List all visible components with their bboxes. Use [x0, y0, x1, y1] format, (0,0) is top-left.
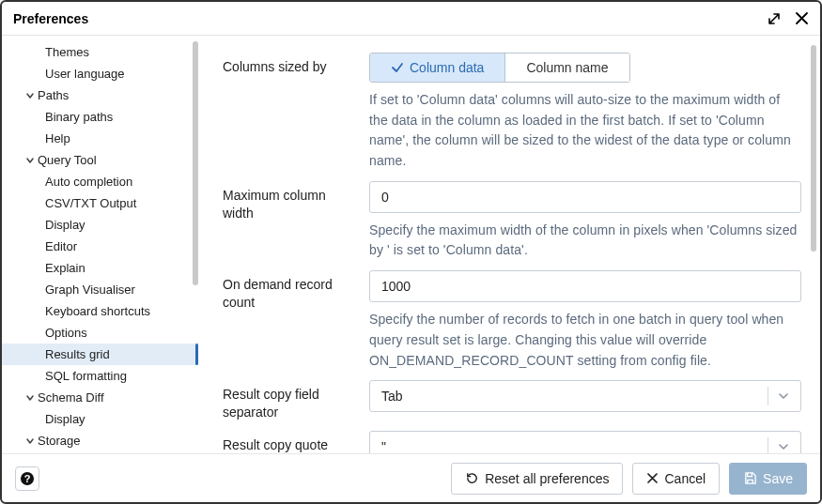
close-icon — [795, 11, 809, 25]
sidebar-item-label: User language — [45, 67, 125, 81]
cancel-button[interactable]: Cancel — [632, 463, 720, 495]
field-label: Maximum column width — [223, 181, 352, 261]
footer: ? Reset all preferences Cancel Save — [2, 453, 820, 502]
sidebar-item-label: Help — [45, 131, 70, 145]
sidebar-item-label: Query Tool — [38, 153, 97, 167]
sidebar-item-themes[interactable]: Themes — [2, 41, 198, 63]
sidebar-item-label: Binary paths — [45, 110, 113, 124]
segmented-control: Column data Column name — [369, 53, 630, 83]
sidebar-item-sql-formatting[interactable]: SQL formatting — [2, 365, 198, 387]
chevron-down-icon — [778, 390, 789, 402]
option-column-data[interactable]: Column data — [370, 53, 505, 82]
field-label: Result copy quote character — [223, 431, 352, 453]
svg-text:?: ? — [24, 473, 31, 484]
sidebar-item-label: Schema Diff — [38, 390, 104, 405]
result-copy-quote-char-select[interactable]: " — [369, 431, 801, 453]
field-control: Column data Column name If set to 'Colum… — [369, 53, 801, 172]
field-label: On demand record count — [223, 270, 352, 371]
sidebar-item-label: Themes — [45, 45, 89, 59]
field-result-copy-quote-char: Result copy quote character " — [223, 431, 801, 453]
sidebar-item-auto-completion[interactable]: Auto completion — [2, 171, 198, 192]
field-control: Tab — [369, 380, 801, 421]
close-button[interactable] — [795, 11, 809, 25]
titlebar-actions — [767, 11, 809, 26]
dialog-title: Preferences — [13, 11, 88, 26]
button-label: Reset all preferences — [485, 471, 609, 486]
sidebar-item-keyboard-shortcuts[interactable]: Keyboard shortcuts — [2, 300, 198, 322]
preferences-dialog: Preferences ThemesUser languagePathsBina… — [0, 0, 822, 504]
check-icon — [391, 61, 404, 74]
field-max-column-width: Maximum column width Specify the maximum… — [223, 181, 801, 261]
sidebar-item-label: Graph Visualiser — [45, 283, 135, 297]
field-result-copy-separator: Result copy field separator Tab — [223, 380, 801, 421]
sidebar-item-storage[interactable]: Storage — [2, 430, 198, 451]
chevron-down-icon — [24, 155, 36, 166]
sidebar-item-csv-txt-output[interactable]: CSV/TXT Output — [2, 192, 198, 214]
result-copy-separator-select[interactable]: Tab — [369, 380, 801, 412]
sidebar-item-editor[interactable]: Editor — [2, 236, 198, 257]
maximize-button[interactable] — [767, 11, 782, 26]
sidebar-item-label: Keyboard shortcuts — [45, 304, 150, 318]
save-button[interactable]: Save — [729, 463, 807, 495]
on-demand-record-count-input[interactable] — [369, 270, 801, 302]
dialog-body: ThemesUser languagePathsBinary pathsHelp… — [2, 36, 820, 453]
expand-icon — [767, 11, 782, 26]
chevron-down-icon — [24, 435, 36, 447]
reset-all-button[interactable]: Reset all preferences — [451, 463, 623, 495]
help-button[interactable]: ? — [15, 466, 39, 491]
sidebar-item-qt-display[interactable]: Display — [2, 214, 198, 236]
field-label: Columns sized by — [223, 53, 352, 172]
close-icon — [646, 472, 659, 484]
field-control: " — [369, 431, 801, 453]
sidebar-item-label: Auto completion — [45, 175, 132, 189]
footer-actions: Reset all preferences Cancel Save — [451, 463, 807, 495]
sidebar-item-options[interactable]: Options — [2, 322, 198, 344]
content-pane[interactable]: Columns sized by Column data Column name… — [198, 36, 820, 453]
sidebar-item-graph-visualiser[interactable]: Graph Visualiser — [2, 279, 198, 300]
sidebar-item-paths[interactable]: Paths — [2, 84, 198, 106]
help-text: If set to 'Column data' columns will aut… — [369, 90, 801, 172]
select-value: Tab — [381, 389, 403, 404]
sidebar[interactable]: ThemesUser languagePathsBinary pathsHelp… — [2, 36, 198, 453]
sidebar-item-label: SQL formatting — [45, 369, 127, 383]
select-arrow-box — [768, 387, 789, 405]
chevron-down-icon — [24, 392, 36, 404]
chevron-down-icon — [778, 441, 789, 452]
option-label: Column data — [410, 60, 484, 75]
sidebar-item-explain[interactable]: Explain — [2, 257, 198, 279]
sidebar-item-label: Explain — [45, 261, 85, 275]
select-separator — [768, 387, 768, 405]
sidebar-item-label: Options — [45, 326, 87, 340]
sidebar-item-binary-paths[interactable]: Binary paths — [2, 106, 198, 128]
field-control: Specify the number of records to fetch i… — [369, 270, 801, 371]
button-label: Save — [763, 471, 793, 486]
question-icon: ? — [20, 471, 35, 486]
titlebar: Preferences — [2, 2, 820, 36]
select-value: " — [381, 439, 386, 453]
help-text: Specify the number of records to fetch i… — [369, 310, 801, 371]
option-label: Column name — [526, 60, 608, 75]
sidebar-item-label: Display — [45, 218, 85, 232]
option-column-name[interactable]: Column name — [505, 53, 628, 82]
sidebar-item-label: Results grid — [45, 347, 110, 361]
field-columns-sized-by: Columns sized by Column data Column name… — [223, 53, 801, 172]
sidebar-item-label: CSV/TXT Output — [45, 196, 136, 210]
sidebar-item-schema-diff[interactable]: Schema Diff — [2, 387, 198, 408]
field-control: Specify the maximum width of the column … — [369, 181, 801, 261]
sidebar-item-query-tool[interactable]: Query Tool — [2, 149, 198, 171]
save-icon — [743, 471, 757, 485]
max-column-width-input[interactable] — [369, 181, 801, 213]
sidebar-item-results-grid[interactable]: Results grid — [2, 344, 198, 365]
sidebar-item-user-language[interactable]: User language — [2, 63, 198, 84]
button-label: Cancel — [664, 471, 706, 486]
sidebar-item-label: Storage — [38, 434, 81, 448]
help-text: Specify the maximum width of the column … — [369, 221, 801, 261]
sidebar-item-sd-display[interactable]: Display — [2, 408, 198, 430]
field-label: Result copy field separator — [223, 380, 352, 421]
sidebar-item-help[interactable]: Help — [2, 128, 198, 149]
reset-icon — [465, 471, 479, 485]
content-scrollbar[interactable] — [811, 45, 816, 252]
select-arrow-box — [768, 437, 789, 453]
sidebar-item-label: Paths — [38, 88, 69, 102]
field-on-demand-record-count: On demand record count Specify the numbe… — [223, 270, 801, 371]
